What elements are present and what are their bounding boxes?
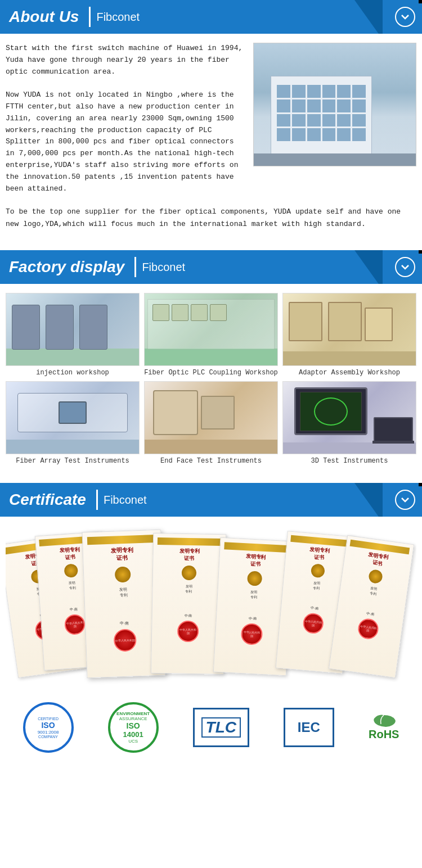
about-text-block: Start with the first switch machine of H… — [6, 43, 246, 195]
factory-header: Factory display Fibconet — [0, 250, 422, 284]
about-para1: Start with the first switch machine of H… — [6, 43, 246, 78]
factory-photo-endface — [144, 381, 278, 454]
window — [322, 114, 336, 127]
threed-workshop-visual — [283, 382, 416, 454]
about-building-image — [253, 43, 416, 166]
window — [307, 85, 321, 98]
about-para3: To be the top one supplier for the fiber… — [6, 206, 416, 230]
about-content: Start with the first switch machine of H… — [0, 34, 422, 206]
cert-title: Certificate — [9, 491, 86, 509]
window — [322, 85, 336, 98]
about-header: About Us Fibconet — [0, 0, 422, 34]
header-divider — [89, 7, 91, 27]
building-shape — [271, 76, 372, 155]
cert-papers-row: 发明专利证书 发明专利 中·南 中华人民共和国 发明专利证书 发明专利 中·南 — [6, 522, 416, 685]
iso9001-year: 9001:2008 — [38, 730, 59, 735]
factory-item-adaptor: Adaptor Assembly Workshop — [282, 293, 416, 377]
factory-item-endface: End Face Test Instruments — [144, 381, 278, 465]
factory-caption-adaptor: Adaptor Assembly Workshop — [299, 369, 400, 377]
adaptor-workshop-visual — [283, 293, 416, 365]
window — [277, 100, 290, 112]
factory-item-plc: Fiber Optic PLC Coupling Workshop — [144, 293, 278, 377]
about-subtitle: Fibconet — [96, 11, 140, 24]
iso9001-circle: CERTIFIED ISO 9001:2008 COMPANY — [23, 702, 74, 753]
iso14001-number: ISO — [127, 721, 140, 730]
header-divider — [134, 257, 136, 277]
window — [307, 128, 321, 141]
factory-photo-array — [6, 381, 140, 454]
window — [292, 100, 306, 112]
iso9001-number: ISO — [41, 721, 55, 730]
array-workshop-visual — [6, 382, 139, 454]
building-visual — [254, 43, 416, 166]
iso14001-assurance-label: ASSURANCE — [119, 716, 147, 721]
iec-box: IEC — [284, 708, 334, 747]
window — [337, 128, 351, 141]
injection-workshop-visual — [6, 293, 139, 365]
window — [307, 114, 321, 127]
window — [277, 114, 290, 127]
window — [292, 114, 306, 127]
about-full-text: To be the top one supplier for the fiber… — [0, 206, 422, 241]
cert-subtitle: Fibconet — [104, 494, 147, 507]
gap1 — [0, 241, 422, 250]
about-para2: Now YUDA is not only located in Ningbo ,… — [6, 89, 246, 195]
plc-workshop-visual — [145, 293, 277, 365]
window — [352, 100, 366, 112]
about-section: About Us Fibconet Start with the first s… — [0, 0, 422, 241]
factory-item-array: Fiber Array Test Instruments — [6, 381, 140, 465]
factory-photo-injection — [6, 293, 140, 366]
iso9001-company: COMPANY — [38, 735, 58, 739]
window — [352, 85, 366, 98]
window — [277, 85, 290, 98]
window — [292, 128, 306, 141]
iso14001-badge: ENVIRONMENT ASSURANCE ISO 14001 UCS — [108, 702, 159, 753]
factory-photo-adaptor — [282, 293, 416, 366]
iso14001-ucs: UCS — [128, 739, 138, 744]
cert-collapse-button[interactable] — [395, 490, 415, 510]
about-title: About Us — [9, 8, 79, 26]
factory-caption-array: Fiber Array Test Instruments — [16, 457, 129, 465]
iec-text: IEC — [298, 720, 320, 735]
about-collapse-button[interactable] — [395, 7, 415, 27]
chevron-down-icon — [400, 262, 410, 272]
factory-grid: injection workshop — [0, 284, 422, 474]
chevron-down-icon — [400, 495, 410, 505]
factory-item-3d: 3D Test Instruments — [282, 381, 416, 465]
chevron-down-icon — [400, 12, 410, 22]
cert-header: Certificate Fibconet — [0, 483, 422, 517]
window — [337, 100, 351, 112]
factory-item-injection: injection workshop — [6, 293, 140, 377]
factory-section: Factory display Fibconet — [0, 250, 422, 474]
window — [307, 100, 321, 112]
window — [322, 128, 336, 141]
window — [322, 100, 336, 112]
factory-subtitle: Fibconet — [142, 261, 185, 274]
iso14001-env-label: ENVIRONMENT — [116, 711, 150, 716]
tlc-text: TLC — [201, 717, 241, 738]
window — [292, 85, 306, 98]
factory-caption-injection: injection workshop — [36, 369, 109, 377]
cert-papers-container: 发明专利证书 发明专利 中·南 中华人民共和国 发明专利证书 发明专利 中·南 — [0, 517, 422, 691]
header-triangle-deco — [354, 0, 383, 34]
header-triangle-deco — [354, 250, 383, 284]
iso14001-circle: ENVIRONMENT ASSURANCE ISO 14001 UCS — [108, 702, 159, 753]
factory-caption-plc: Fiber Optic PLC Coupling Workshop — [144, 369, 278, 377]
window — [337, 114, 351, 127]
iso9001-badge: CERTIFIED ISO 9001:2008 COMPANY — [23, 702, 74, 753]
tlc-badge: TLC — [193, 708, 249, 747]
window — [277, 128, 290, 141]
factory-caption-3d: 3D Test Instruments — [311, 457, 388, 465]
gap2 — [0, 474, 422, 483]
iso9001-certified-label: CERTIFIED — [38, 717, 59, 721]
factory-photo-plc — [144, 293, 278, 366]
factory-collapse-button[interactable] — [395, 257, 415, 277]
tlc-box: TLC — [193, 708, 249, 747]
iec-badge: IEC — [284, 708, 334, 747]
factory-title: Factory display — [9, 258, 124, 276]
logo-badges-row: CERTIFIED ISO 9001:2008 COMPANY ENVIRONM… — [0, 691, 422, 770]
factory-photo-3d — [282, 381, 416, 454]
rohs-leaf-icon — [370, 714, 398, 728]
rohs-visual: RoHS — [369, 714, 399, 741]
rohs-text: RoHS — [369, 728, 399, 741]
